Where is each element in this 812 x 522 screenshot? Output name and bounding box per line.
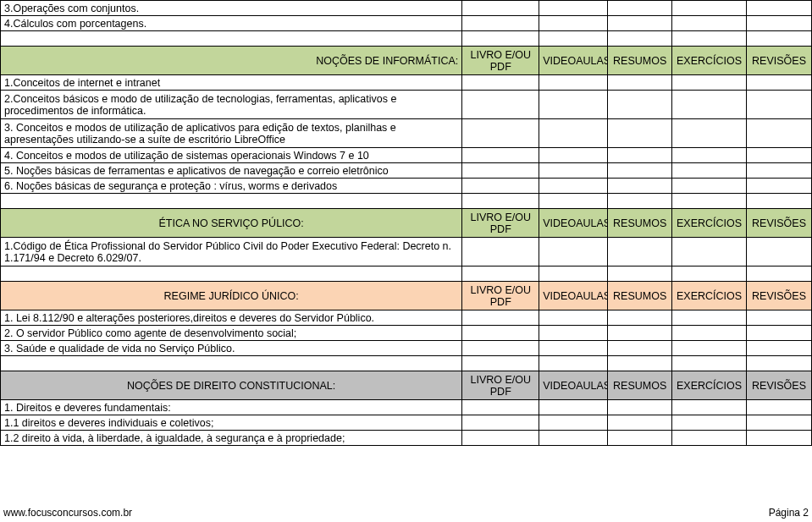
empty-cell [462,1,539,16]
empty-cell [672,431,747,446]
table-row: 4.Cálculos com porcentagens. [1,16,812,31]
column-header: VIDEOAULAS [539,371,608,400]
empty-cell [608,326,672,341]
empty-cell [539,238,608,266]
empty-cell [672,341,747,356]
section-header-row: REGIME JURÍDICO ÚNICO: LIVRO E/OU PDF VI… [1,282,812,310]
empty-cell [462,119,539,148]
study-plan-table: 3.Operações com conjuntos. 4.Cálculos co… [0,0,812,446]
spacer-row [1,194,812,209]
empty-cell [672,415,747,431]
empty-cell [747,356,812,371]
empty-cell [672,238,747,266]
empty-cell [747,119,812,148]
empty-cell [462,431,539,446]
empty-cell [608,266,672,282]
spacer-row [1,266,812,282]
empty-cell [672,356,747,371]
empty-cell [608,356,672,371]
section-header-row: NOÇÕES DE INFORMÁTICA: LIVRO E/OU PDF VI… [1,47,812,75]
empty-cell [747,16,812,31]
empty-cell [462,266,539,282]
column-header: REVISÕES [747,209,812,238]
empty-cell [462,91,539,119]
topic-cell: 3. Saúde e qualidade de vida no Serviço … [1,341,462,356]
empty-cell [462,31,539,47]
column-header: VIDEOAULAS [539,282,608,310]
column-header: REVISÕES [747,282,812,310]
empty-cell [672,119,747,148]
empty-cell [1,356,462,371]
spacer-row [1,356,812,371]
empty-cell [747,163,812,179]
empty-cell [672,16,747,31]
empty-cell [462,310,539,326]
table-row: 4. Conceitos e modos de utilização de si… [1,148,812,163]
empty-cell [747,1,812,16]
column-header: RESUMOS [608,209,672,238]
empty-cell [608,341,672,356]
empty-cell [462,148,539,163]
empty-cell [747,266,812,282]
empty-cell [539,91,608,119]
empty-cell [672,148,747,163]
section-header-row: ÉTICA NO SERVIÇO PÚLICO: LIVRO E/OU PDF … [1,209,812,238]
empty-cell [747,31,812,47]
empty-cell [539,341,608,356]
topic-cell: 1. Lei 8.112/90 e alterações posteriores… [1,310,462,326]
column-header: RESUMOS [608,371,672,400]
empty-cell [539,194,608,209]
empty-cell [672,91,747,119]
empty-cell [608,431,672,446]
empty-cell [747,326,812,341]
empty-cell [462,163,539,179]
empty-cell [462,326,539,341]
empty-cell [608,1,672,16]
table-row: 2.Conceitos básicos e modo de utilização… [1,91,812,119]
empty-cell [608,75,672,91]
empty-cell [608,91,672,119]
topic-cell: 5. Noções básicas de ferramentas e aplic… [1,163,462,179]
empty-cell [1,194,462,209]
empty-cell [608,400,672,415]
empty-cell [672,194,747,209]
page-footer: www.focusconcursos.com.br Página 2 [3,507,809,519]
empty-cell [747,194,812,209]
table-row: 1.2 direito à vida, à liberdade, à igual… [1,431,812,446]
empty-cell [672,163,747,179]
table-row: 1. Lei 8.112/90 e alterações posteriores… [1,310,812,326]
empty-cell [539,326,608,341]
topic-cell: 1.2 direito à vida, à liberdade, à igual… [1,431,462,446]
table-row: 3.Operações com conjuntos. [1,1,812,16]
topic-cell: 1. Direitos e deveres fundamentais: [1,400,462,415]
empty-cell [539,75,608,91]
topic-cell: 2.Conceitos básicos e modo de utilização… [1,91,462,119]
empty-cell [747,179,812,194]
table-row: 2. O servidor Público como agente de des… [1,326,812,341]
empty-cell [608,148,672,163]
empty-cell [539,119,608,148]
empty-cell [1,31,462,47]
section-title: ÉTICA NO SERVIÇO PÚLICO: [1,209,462,238]
table-row: 5. Noções básicas de ferramentas e aplic… [1,163,812,179]
empty-cell [462,16,539,31]
empty-cell [539,400,608,415]
empty-cell [672,310,747,326]
empty-cell [672,75,747,91]
column-header: EXERCÍCIOS [672,47,747,75]
empty-cell [462,341,539,356]
empty-cell [747,91,812,119]
empty-cell [747,341,812,356]
column-header: EXERCÍCIOS [672,282,747,310]
empty-cell [608,179,672,194]
empty-cell [539,1,608,16]
footer-url: www.focusconcursos.com.br [3,507,132,519]
empty-cell [462,75,539,91]
empty-cell [539,16,608,31]
empty-cell [462,356,539,371]
topic-cell: 4.Cálculos com porcentagens. [1,16,462,31]
empty-cell [608,119,672,148]
topic-cell: 4. Conceitos e modos de utilização de si… [1,148,462,163]
column-header: LIVRO E/OU PDF [462,282,539,310]
empty-cell [539,310,608,326]
